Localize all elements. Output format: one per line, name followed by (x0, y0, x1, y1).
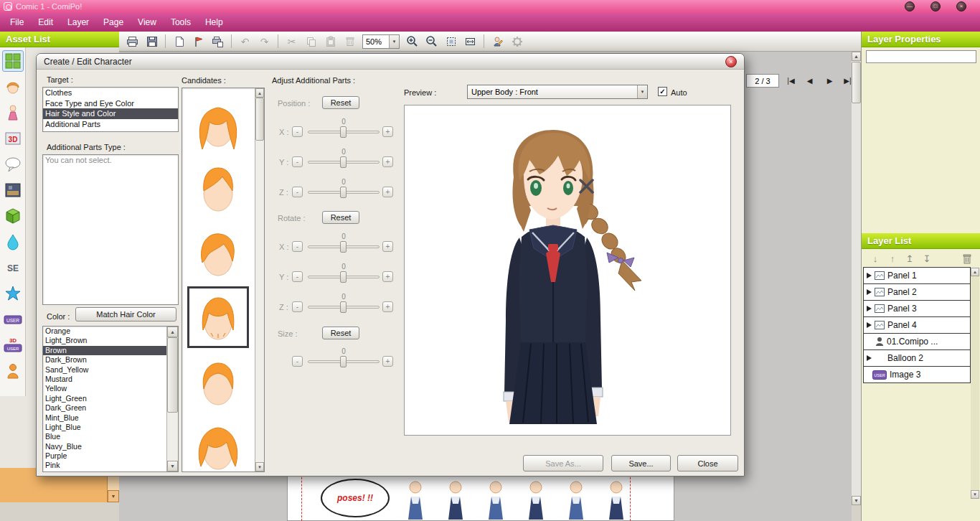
scroll-up-button[interactable]: ▲ (971, 268, 979, 276)
scrollbar-thumb[interactable] (255, 98, 264, 141)
close-button[interactable]: × (956, 1, 966, 11)
bring-to-front-button[interactable]: ↥ (903, 252, 916, 265)
candidate-hair-1[interactable] (187, 93, 249, 154)
character-face-category[interactable] (2, 76, 24, 98)
effect-drop-category[interactable] (2, 231, 24, 253)
preview-dropdown-arrow-icon[interactable]: ▼ (637, 85, 647, 98)
menu-layer[interactable]: Layer (60, 14, 96, 30)
color-item-dark-brown[interactable]: Dark_Brown (43, 355, 166, 365)
auto-checkbox[interactable]: ✓ (658, 87, 667, 96)
canvas-vertical-scrollbar[interactable]: ▲ ▼ (852, 52, 861, 505)
position-z-slider-thumb[interactable] (340, 187, 347, 198)
user-character-category[interactable] (2, 360, 24, 382)
color-item-brown[interactable]: Brown (43, 346, 166, 355)
color-item-purple[interactable]: Purple (43, 451, 166, 461)
position-z-decrease-button[interactable]: - (292, 187, 303, 197)
color-item-yellow[interactable]: Yellow (43, 384, 166, 393)
rotate-z-decrease-button[interactable]: - (292, 301, 303, 312)
dialog-titlebar[interactable]: Create / Edit Character × (37, 54, 744, 70)
layer-list-scrollbar[interactable]: ▲ ▼ (971, 268, 979, 499)
candidate-hair-3[interactable] (187, 222, 249, 283)
page-flag-button[interactable] (189, 33, 207, 50)
color-item-dark-green[interactable]: Dark_Green (43, 403, 166, 413)
fit-page-button[interactable] (442, 33, 460, 50)
color-item-mint-blue[interactable]: Mint_Blue (43, 413, 166, 423)
rotate-x-slider-thumb[interactable] (340, 241, 347, 253)
cut-button[interactable]: ✂ (283, 33, 301, 50)
scroll-up-button[interactable]: ▲ (167, 327, 178, 337)
candidate-hair-5[interactable] (187, 351, 249, 413)
character-body-category[interactable] (2, 102, 24, 123)
size-reset-button[interactable]: Reset (322, 327, 359, 339)
expand-arrow-icon[interactable] (867, 273, 872, 278)
settings-button[interactable] (508, 33, 526, 50)
save-button[interactable] (143, 33, 161, 50)
redo-button[interactable]: ↷ (255, 33, 273, 50)
color-item-pink[interactable]: Pink (43, 461, 166, 470)
scrollbar-thumb[interactable] (852, 62, 861, 103)
color-item-light-brown[interactable]: Light_Brown (43, 336, 166, 345)
position-x-slider-thumb[interactable] (340, 126, 347, 138)
new-page-button[interactable] (170, 33, 188, 50)
dialog-close-button[interactable]: × (725, 56, 737, 67)
position-z-increase-button[interactable]: + (382, 187, 393, 197)
page-figure-thumbnail[interactable] (522, 479, 550, 521)
paste-button[interactable] (321, 33, 339, 50)
scroll-up-button[interactable]: ▲ (255, 88, 264, 98)
zoom-in-button[interactable] (403, 33, 421, 50)
rotate-x-decrease-button[interactable]: - (292, 241, 303, 252)
target-item-clothes[interactable]: Clothes (43, 88, 178, 98)
layer-property-field[interactable] (866, 50, 976, 63)
match-hair-color-button[interactable]: Match Hair Color (75, 307, 176, 321)
expand-arrow-icon[interactable] (867, 306, 872, 311)
target-item-hair[interactable]: Hair Style and Color (43, 108, 178, 119)
last-page-button[interactable]: ▶| (839, 74, 852, 88)
rotate-x-increase-button[interactable]: + (382, 241, 393, 252)
scroll-down-button[interactable]: ▼ (167, 461, 178, 471)
balloon-category[interactable] (2, 154, 24, 175)
previous-page-button[interactable]: ◀ (801, 74, 818, 88)
page-figure-thumbnail[interactable] (442, 479, 469, 521)
delete-layer-button[interactable] (961, 252, 974, 265)
scroll-down-button[interactable]: ▼ (255, 462, 264, 471)
first-page-button[interactable]: |◀ (783, 74, 799, 88)
rotate-reset-button[interactable]: Reset (322, 211, 359, 224)
color-item-light-blue[interactable]: Light_Blue (43, 423, 166, 432)
layer-row-panel-2[interactable]: Panel 2 (863, 283, 971, 301)
layer-row-panel-4[interactable]: Panel 4 (863, 316, 971, 334)
rotate-y-increase-button[interactable]: + (382, 271, 393, 282)
scroll-down-button[interactable]: ▼ (108, 490, 119, 502)
candidate-hair-2[interactable] (187, 157, 249, 219)
color-item-mustard[interactable]: Mustard (43, 375, 166, 384)
target-item-face[interactable]: Face Type and Eye Color (43, 98, 178, 109)
zoom-out-button[interactable] (423, 33, 440, 50)
scroll-down-button[interactable]: ▼ (971, 490, 979, 499)
position-x-decrease-button[interactable]: - (292, 126, 303, 137)
rotate-y-slider-thumb[interactable] (340, 271, 347, 283)
scroll-up-button[interactable]: ▲ (852, 52, 861, 61)
menu-file[interactable]: File (3, 14, 31, 30)
preview-view-select[interactable]: Upper Body : Front ▼ (467, 85, 648, 99)
size-increase-button[interactable]: + (382, 356, 393, 367)
color-list-scrollbar[interactable]: ▲ ▼ (166, 327, 178, 471)
sound-effect-category[interactable]: SE (2, 257, 24, 278)
expand-arrow-icon[interactable] (867, 355, 872, 361)
print-button[interactable] (123, 33, 141, 50)
page-figure-thumbnail[interactable] (482, 479, 509, 521)
expand-arrow-icon[interactable] (867, 289, 872, 295)
save-button-dialog[interactable]: Save... (611, 455, 671, 471)
color-item-sand-yellow[interactable]: Sand_Yellow (43, 365, 166, 375)
scrollbar-thumb[interactable] (167, 337, 178, 413)
minimize-button[interactable]: — (905, 1, 915, 11)
position-y-decrease-button[interactable]: - (292, 156, 303, 167)
copy-button[interactable] (302, 33, 320, 50)
size-decrease-button[interactable]: - (292, 356, 303, 367)
page-figure-thumbnail[interactable] (402, 479, 429, 521)
send-to-back-button[interactable]: ↧ (920, 252, 933, 265)
save-as-button[interactable]: Save As... (523, 455, 603, 471)
speech-balloon[interactable]: poses! !! (321, 479, 390, 517)
item-category[interactable] (2, 205, 24, 227)
layer-row-image-3[interactable]: USER Image 3 (863, 366, 971, 383)
close-button-dialog[interactable]: Close (677, 455, 738, 471)
background-category[interactable] (2, 179, 24, 201)
